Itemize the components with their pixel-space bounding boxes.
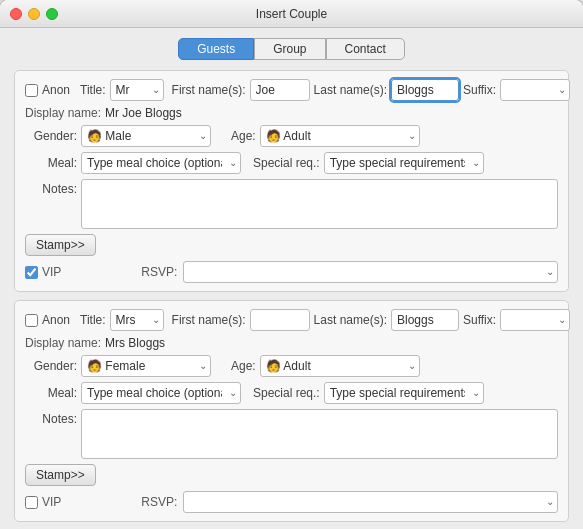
guest1-vip-rsvp-row: VIP RSVP: YesNoMaybe bbox=[25, 261, 558, 283]
guest1-stamp-row: Stamp>> bbox=[25, 234, 558, 256]
guest2-lastname-label: Last name(s): bbox=[314, 313, 387, 327]
guest2-age-select[interactable]: 🧑 Adult🧑 Child bbox=[260, 355, 420, 377]
guest1-gender-age-row: Gender: 🧑 Male🧑 FemaleOtherUnknown Age: … bbox=[25, 125, 558, 147]
guest2-gender-select[interactable]: 🧑 Male🧑 FemaleOther bbox=[81, 355, 211, 377]
guest2-notes-row: Notes: bbox=[25, 409, 558, 459]
guest1-meal-select[interactable]: Type meal choice (optional) bbox=[81, 152, 241, 174]
guest2-displayname-label: Display name: bbox=[25, 336, 101, 350]
tab-group[interactable]: Group bbox=[254, 38, 325, 60]
guest2-suffix-select[interactable]: JrSr bbox=[500, 309, 570, 331]
guest2-suffix-wrap: JrSr bbox=[500, 309, 570, 331]
guest1-meal-row: Meal: Type meal choice (optional) Specia… bbox=[25, 152, 558, 174]
guest1-specreq-wrap: Type special requirements (op... bbox=[324, 152, 484, 174]
guest1-specreq-label: Special req.: bbox=[253, 156, 320, 170]
guest2-vip-checkbox[interactable] bbox=[25, 496, 38, 509]
guest2-specreq-wrap: Type special requirements (op... bbox=[324, 382, 484, 404]
guest1-meal-label: Meal: bbox=[25, 156, 77, 170]
guest2-title-wrap: MrMrsMsDrProf bbox=[110, 309, 164, 331]
guest1-anon-label: Anon bbox=[42, 83, 70, 97]
guest1-title-select[interactable]: MrMrsMsDrProf bbox=[110, 79, 164, 101]
tab-contact[interactable]: Contact bbox=[326, 38, 405, 60]
guest1-vip-checkbox[interactable] bbox=[25, 266, 38, 279]
guest2-notes-textarea[interactable] bbox=[81, 409, 558, 459]
guest2-gender-wrap: 🧑 Male🧑 FemaleOther bbox=[81, 355, 211, 377]
guest2-rsvp-label: RSVP: bbox=[141, 495, 177, 509]
guest1-displayname-row: Display name: Mr Joe Bloggs bbox=[25, 106, 558, 120]
guest2-stamp-row: Stamp>> bbox=[25, 464, 558, 486]
guest1-row1: Anon Title: MrMrsMsDrProf First name(s):… bbox=[25, 79, 558, 101]
guest1-vip-wrap: VIP bbox=[25, 265, 61, 279]
guest1-rsvp-wrap: RSVP: YesNoMaybe bbox=[141, 261, 558, 283]
guest2-specreq-label: Special req.: bbox=[253, 386, 320, 400]
guest1-rsvp-select-wrap: YesNoMaybe bbox=[183, 261, 558, 283]
guest2-vip-label: VIP bbox=[42, 495, 61, 509]
guest2-age-wrap: 🧑 Adult🧑 Child bbox=[260, 355, 420, 377]
guest2-meal-row: Meal: Type meal choice (optional) Specia… bbox=[25, 382, 558, 404]
guest2-row1: Anon Title: MrMrsMsDrProf First name(s):… bbox=[25, 309, 558, 331]
tab-bar: Guests Group Contact bbox=[14, 38, 569, 60]
guest2-meal-wrap: Type meal choice (optional) bbox=[81, 382, 241, 404]
guest2-displayname-row: Display name: Mrs Bloggs bbox=[25, 336, 558, 350]
guest2-anon-checkbox[interactable] bbox=[25, 314, 38, 327]
traffic-lights bbox=[10, 8, 58, 20]
insert-couple-window: Insert Couple Guests Group Contact Anon … bbox=[0, 0, 583, 529]
guest1-specreq-select[interactable]: Type special requirements (op... bbox=[324, 152, 484, 174]
guest1-lastname-label: Last name(s): bbox=[314, 83, 387, 97]
guest2-suffix-label: Suffix: bbox=[463, 313, 496, 327]
guest1-title-label: Title: bbox=[80, 83, 106, 97]
guest2-rsvp-select-wrap: YesNoMaybe bbox=[183, 491, 558, 513]
guest1-notes-label: Notes: bbox=[25, 179, 77, 196]
guest1-notes-row: Notes: bbox=[25, 179, 558, 229]
guest1-age-label: Age: bbox=[231, 129, 256, 143]
guest2-age-label: Age: bbox=[231, 359, 256, 373]
guest2-gender-age-row: Gender: 🧑 Male🧑 FemaleOther Age: 🧑 Adult… bbox=[25, 355, 558, 377]
guest2-rsvp-select[interactable]: YesNoMaybe bbox=[183, 491, 558, 513]
guest1-rsvp-label: RSVP: bbox=[141, 265, 177, 279]
guest2-firstname-input[interactable] bbox=[250, 309, 310, 331]
guest2-vip-wrap: VIP bbox=[25, 495, 61, 509]
titlebar: Insert Couple bbox=[0, 0, 583, 28]
guest2-rsvp-wrap: RSVP: YesNoMaybe bbox=[141, 491, 558, 513]
guest1-firstname-label: First name(s): bbox=[172, 83, 246, 97]
guest1-stamp-button[interactable]: Stamp>> bbox=[25, 234, 96, 256]
minimize-button[interactable] bbox=[28, 8, 40, 20]
guest2-notes-label: Notes: bbox=[25, 409, 77, 426]
close-button[interactable] bbox=[10, 8, 22, 20]
guest2-meal-select[interactable]: Type meal choice (optional) bbox=[81, 382, 241, 404]
guest1-age-select[interactable]: 🧑 Adult🧑 Child🧑 Infant bbox=[260, 125, 420, 147]
guest1-suffix-select[interactable]: JrSrII bbox=[500, 79, 570, 101]
guest2-displayname-value: Mrs Bloggs bbox=[105, 336, 165, 350]
guest1-gender-select[interactable]: 🧑 Male🧑 FemaleOtherUnknown bbox=[81, 125, 211, 147]
guest1-vip-label: VIP bbox=[42, 265, 61, 279]
guest1-suffix-wrap: JrSrII bbox=[500, 79, 570, 101]
guest1-anon-wrap: Anon bbox=[25, 83, 70, 97]
guest2-anon-wrap: Anon bbox=[25, 313, 70, 327]
guest1-anon-checkbox[interactable] bbox=[25, 84, 38, 97]
guest1-suffix-label: Suffix: bbox=[463, 83, 496, 97]
guest1-age-wrap: 🧑 Adult🧑 Child🧑 Infant bbox=[260, 125, 420, 147]
guest1-firstname-input[interactable] bbox=[250, 79, 310, 101]
guest1-section: Anon Title: MrMrsMsDrProf First name(s):… bbox=[14, 70, 569, 292]
guest2-title-select[interactable]: MrMrsMsDrProf bbox=[110, 309, 164, 331]
tab-guests[interactable]: Guests bbox=[178, 38, 254, 60]
window-title: Insert Couple bbox=[256, 7, 327, 21]
guest1-notes-textarea[interactable] bbox=[81, 179, 558, 229]
guest1-gender-wrap: 🧑 Male🧑 FemaleOtherUnknown bbox=[81, 125, 211, 147]
guest2-lastname-input[interactable] bbox=[391, 309, 459, 331]
maximize-button[interactable] bbox=[46, 8, 58, 20]
window-content: Guests Group Contact Anon Title: MrMrsMs… bbox=[0, 28, 583, 529]
guest2-section: Anon Title: MrMrsMsDrProf First name(s):… bbox=[14, 300, 569, 522]
guest2-gender-label: Gender: bbox=[25, 359, 77, 373]
guest1-displayname-label: Display name: bbox=[25, 106, 101, 120]
guest1-title-wrap: MrMrsMsDrProf bbox=[110, 79, 164, 101]
guest2-vip-rsvp-row: VIP RSVP: YesNoMaybe bbox=[25, 491, 558, 513]
guest1-gender-label: Gender: bbox=[25, 129, 77, 143]
guest2-title-label: Title: bbox=[80, 313, 106, 327]
guest2-stamp-button[interactable]: Stamp>> bbox=[25, 464, 96, 486]
guest2-meal-label: Meal: bbox=[25, 386, 77, 400]
guest1-lastname-input[interactable] bbox=[391, 79, 459, 101]
guest1-displayname-value: Mr Joe Bloggs bbox=[105, 106, 182, 120]
guest2-specreq-select[interactable]: Type special requirements (op... bbox=[324, 382, 484, 404]
guest1-rsvp-select[interactable]: YesNoMaybe bbox=[183, 261, 558, 283]
guest1-meal-wrap: Type meal choice (optional) bbox=[81, 152, 241, 174]
